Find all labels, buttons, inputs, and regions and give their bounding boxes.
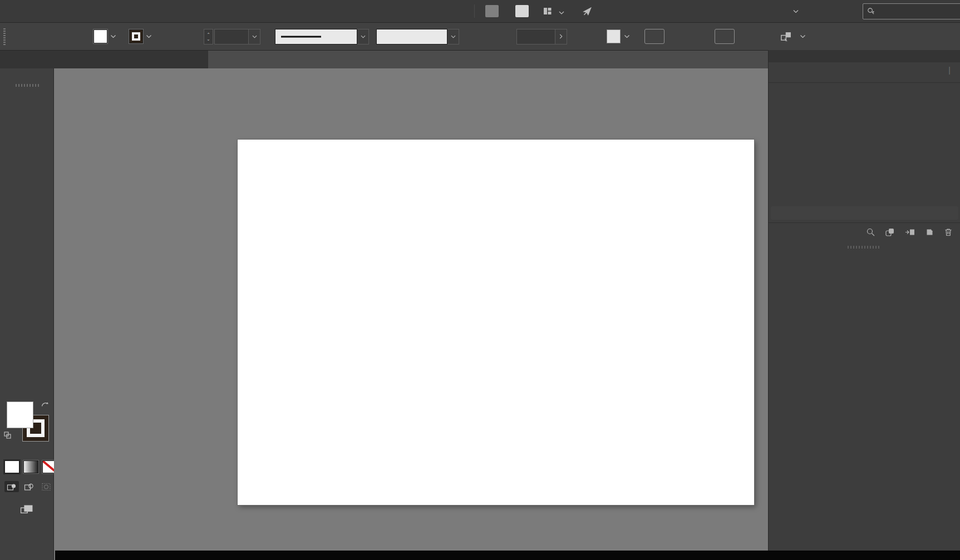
share-icon[interactable]: [581, 5, 593, 19]
chevron-down-icon[interactable]: [558, 8, 565, 17]
style-swatch[interactable]: [607, 23, 621, 50]
chevron-down-icon: [249, 29, 260, 44]
stroke-profile-dropdown[interactable]: [275, 23, 369, 50]
fill-swatch[interactable]: [93, 23, 107, 50]
stroke-weight-stepper[interactable]: ⌃⌃: [204, 23, 213, 50]
new-layer-icon[interactable]: [925, 227, 934, 239]
layers-panel: |: [768, 50, 960, 560]
chevron-down-icon: [357, 29, 369, 44]
opacity-field[interactable]: [516, 23, 567, 50]
chevron-down-icon[interactable]: [799, 23, 806, 50]
panel-tabs: [769, 62, 960, 83]
stock-badge-icon[interactable]: [515, 5, 529, 17]
artboard[interactable]: [238, 140, 754, 505]
document-setup-button[interactable]: [644, 29, 664, 44]
panel-grip[interactable]: [3, 28, 6, 45]
campus-map-artwork: [238, 140, 754, 505]
menu-bar: [0, 0, 960, 23]
chevron-down-icon[interactable]: [623, 23, 631, 50]
default-fill-stroke-icon[interactable]: [3, 431, 12, 442]
panel-grip[interactable]: [16, 84, 39, 87]
draw-inside-button[interactable]: [39, 481, 53, 492]
swap-fill-stroke-icon[interactable]: [40, 400, 50, 412]
search-icon: [867, 7, 875, 17]
fill-color-swatch[interactable]: [7, 402, 33, 428]
color-mode-button[interactable]: [4, 460, 19, 473]
illustrator-window: ⌃⌃: [0, 0, 960, 560]
gradient-mode-button[interactable]: [23, 460, 38, 473]
document-tab-strip: [0, 51, 768, 68]
arrange-documents-icon[interactable]: [542, 6, 553, 18]
locate-object-icon[interactable]: [866, 227, 875, 239]
make-clipping-mask-icon[interactable]: [885, 227, 895, 239]
panel-resize-grip[interactable]: [848, 246, 881, 249]
draw-behind-button[interactable]: [22, 481, 36, 492]
os-taskbar: [55, 551, 960, 560]
chevron-down-icon: [792, 7, 799, 16]
change-screen-mode-icon[interactable]: [19, 503, 35, 516]
menu-divider: [474, 4, 475, 18]
stroke-swatch[interactable]: [129, 23, 143, 50]
tools-panel: [0, 68, 54, 560]
workspace-switcher[interactable]: [787, 0, 799, 22]
empty-layer-slot: [771, 206, 958, 220]
bridge-badge-icon[interactable]: [485, 5, 499, 17]
control-bar: ⌃⌃: [0, 23, 960, 51]
chevron-down-icon[interactable]: [110, 23, 117, 50]
panel-header: [769, 50, 960, 62]
new-sublayer-icon[interactable]: [904, 227, 915, 239]
preferences-button[interactable]: [715, 29, 735, 44]
stroke-profile-preview: [280, 35, 322, 38]
chevron-right-icon: [555, 29, 567, 44]
canvas[interactable]: [54, 68, 768, 560]
chevron-down-icon[interactable]: [145, 23, 152, 50]
delete-layer-icon[interactable]: [944, 227, 953, 239]
search-input[interactable]: [876, 7, 944, 16]
layers-status-bar: [769, 222, 960, 243]
brush-dropdown[interactable]: [376, 23, 459, 50]
document-tab[interactable]: [0, 51, 208, 68]
align-glyphs-icon[interactable]: [779, 23, 794, 50]
chevron-down-icon: [447, 29, 459, 44]
stroke-weight-field[interactable]: [214, 23, 260, 50]
draw-normal-button[interactable]: [4, 481, 19, 492]
stock-search[interactable]: [863, 3, 960, 19]
